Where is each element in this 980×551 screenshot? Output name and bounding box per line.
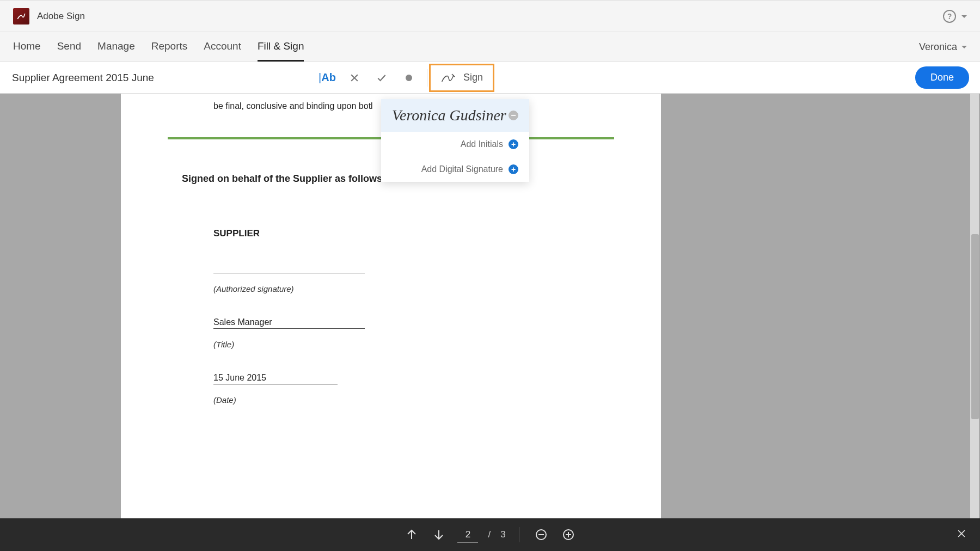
authorized-signature-label: (Authorized signature) [213,284,628,293]
app-bar-left: Adobe Sign [13,8,85,25]
text-tool-button[interactable]: |Ab [314,66,341,90]
title-label: (Title) [213,340,628,349]
dot-tool-button[interactable] [395,66,422,90]
app-menu-caret-icon[interactable] [961,15,967,18]
supplier-label: SUPPLIER [213,228,628,239]
controls-separator [519,527,519,542]
document-title: Supplier Agreement 2015 June [12,72,154,84]
toolbar: Supplier Agreement 2015 June |Ab Sign Do… [0,62,980,94]
sign-button-label: Sign [463,72,483,83]
signature-option[interactable]: Veronica Gudsiner − [381,99,529,132]
add-initials-label: Add Initials [392,139,503,149]
date-label: (Date) [213,395,628,405]
tab-account[interactable]: Account [204,32,241,62]
plus-icon: + [509,139,518,149]
tab-reports[interactable]: Reports [151,32,188,62]
zoom-in-button[interactable] [560,526,577,543]
date-field[interactable]: 15 June 2015 [213,373,338,384]
annotation-tools: |Ab [314,66,432,90]
close-controls-button[interactable] [956,528,967,541]
tab-fill-sign[interactable]: Fill & Sign [258,32,304,62]
add-initials-option[interactable]: Add Initials + [381,132,529,157]
title-field[interactable]: Sales Manager [213,317,365,329]
sign-dropdown: Veronica Gudsiner − Add Initials + Add D… [381,99,529,182]
user-name: Veronica [919,41,957,53]
zoom-out-button[interactable] [532,526,550,543]
text-tool-label: Ab [321,71,336,84]
tab-manage[interactable]: Manage [97,32,135,62]
x-mark-tool-button[interactable] [341,66,368,90]
app-bar-right: ? [943,10,967,23]
page-down-button[interactable] [430,526,448,543]
help-icon[interactable]: ? [943,10,956,23]
tab-home[interactable]: Home [13,32,41,62]
plus-icon: + [509,164,518,174]
page-number-input[interactable] [457,527,478,543]
app-logo-icon [13,8,29,25]
done-button[interactable]: Done [915,66,969,89]
page-separator: / [488,529,491,540]
toolbar-separator [427,69,427,87]
page-controls: / 3 [0,518,980,551]
nav-tabs: Home Send Manage Reports Account Fill & … [13,32,304,62]
signature-preview: Veronica Gudsiner [392,107,506,124]
checkmark-tool-button[interactable] [368,66,395,90]
nav-bar: Home Send Manage Reports Account Fill & … [0,32,980,62]
tab-send[interactable]: Send [57,32,81,62]
add-digital-signature-option[interactable]: Add Digital Signature + [381,157,529,182]
app-name: Adobe Sign [37,11,85,22]
dot-icon [406,75,412,81]
signature-line[interactable] [213,273,365,273]
user-menu-caret-icon [961,46,967,48]
user-menu[interactable]: Veronica [919,41,967,53]
scrollbar-thumb[interactable] [971,234,979,419]
remove-signature-icon[interactable]: − [509,111,518,120]
app-bar: Adobe Sign ? [0,0,980,32]
signature-icon [440,72,456,84]
page-up-button[interactable] [403,526,420,543]
page-total: 3 [500,529,505,540]
sign-button[interactable]: Sign [429,64,494,92]
add-digital-signature-label: Add Digital Signature [392,164,503,174]
